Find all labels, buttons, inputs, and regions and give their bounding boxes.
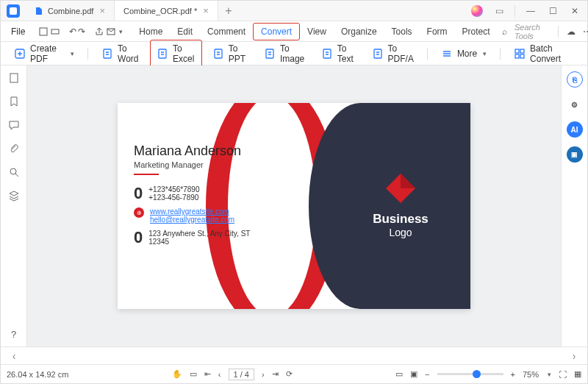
svg-rect-2	[51, 29, 59, 34]
tool-ocr-icon[interactable]: ⎘	[567, 71, 583, 88]
redo-icon[interactable]: ↷	[78, 24, 85, 39]
menu-tools[interactable]: Tools	[384, 24, 420, 40]
assistant-icon[interactable]	[467, 4, 487, 18]
undo-icon[interactable]: ↶	[69, 24, 76, 39]
zoom-slider[interactable]	[437, 373, 503, 375]
search-panel-icon[interactable]	[7, 166, 21, 179]
website-link[interactable]: www.reallygreatsite.com	[150, 207, 234, 216]
tab-combine[interactable]: Combine.pdf ×	[26, 1, 115, 21]
menu-comment[interactable]: Comment	[200, 24, 253, 40]
search-tools-input[interactable]: Search Tools	[514, 23, 551, 40]
svg-rect-13	[515, 54, 519, 58]
fullscreen-icon[interactable]: ⛶	[559, 370, 567, 379]
bookmarks-icon[interactable]	[7, 95, 21, 108]
doc-icon	[264, 48, 276, 60]
email-link[interactable]: hello@reallygreatsite.com	[150, 216, 234, 224]
doc-icon	[321, 48, 333, 60]
overflow-icon[interactable]: ⋯	[581, 24, 588, 39]
save-icon[interactable]	[38, 24, 49, 39]
svg-rect-12	[520, 49, 524, 53]
attachments-icon[interactable]	[7, 142, 21, 155]
layers-icon[interactable]	[7, 189, 21, 202]
email-icon[interactable]	[106, 24, 116, 39]
maximize-button[interactable]: ☐	[543, 4, 562, 18]
convert-to-image[interactable]: To Image	[258, 40, 311, 68]
share-icon[interactable]	[94, 24, 104, 39]
chevron-down-icon[interactable]: ▾	[119, 28, 123, 35]
share-badge-icon[interactable]: ▣	[567, 146, 583, 163]
last-page-icon[interactable]: ⇥	[272, 369, 279, 379]
rotate-icon[interactable]: ⟳	[286, 369, 293, 379]
svg-rect-8	[266, 49, 273, 58]
menu-file[interactable]: File	[7, 26, 29, 37]
settings-sliders-icon[interactable]: ⚙	[567, 96, 583, 113]
batch-convert-button[interactable]: Batch Convert	[508, 40, 580, 67]
prev-page-button[interactable]: ‹	[1, 350, 27, 362]
feedback-icon[interactable]: ▭	[490, 4, 509, 18]
next-page-button[interactable]: ›	[561, 350, 587, 362]
globe-icon: ⊕	[134, 207, 144, 218]
svg-rect-1	[40, 28, 47, 35]
convert-to-ppt[interactable]: To PPT	[207, 40, 254, 68]
zoom-out-icon[interactable]: −	[425, 370, 429, 379]
close-window-button[interactable]: ✕	[565, 4, 584, 18]
print-icon[interactable]	[50, 24, 60, 39]
document-viewport[interactable]: Business Logo Mariana Anderson Marketing…	[27, 65, 561, 346]
menu-edit[interactable]: Edit	[170, 24, 200, 40]
menu-home[interactable]: Home	[132, 24, 170, 40]
prev-page-icon[interactable]: ‹	[218, 370, 221, 379]
fit-page-icon[interactable]: ▣	[410, 369, 417, 379]
next-page-icon[interactable]: ›	[262, 370, 265, 379]
page-indicator[interactable]: 1 / 4	[229, 369, 254, 380]
first-page-icon[interactable]: ⇤	[204, 369, 211, 379]
page-dimensions: 26.04 x 14.92 cm	[7, 370, 68, 379]
select-tool-icon[interactable]: ▭	[190, 369, 197, 379]
fit-width-icon[interactable]: ▭	[395, 369, 403, 379]
close-icon[interactable]: ×	[99, 5, 105, 16]
menu-convert[interactable]: Convert	[253, 23, 300, 40]
menu-view[interactable]: View	[300, 24, 334, 40]
convert-to-word[interactable]: To Word	[96, 40, 146, 68]
batch-icon	[514, 48, 526, 60]
svg-rect-6	[159, 49, 166, 58]
thumbnails-icon[interactable]	[7, 71, 21, 85]
hand-tool-icon[interactable]: ✋	[172, 369, 182, 379]
svg-rect-15	[10, 74, 18, 82]
zoom-in-icon[interactable]: +	[511, 370, 515, 379]
bullet-icon: 0	[134, 185, 143, 202]
logo-text-bottom: Logo	[389, 227, 412, 238]
page-nav-bar: ‹ ›	[1, 346, 587, 364]
zoom-level[interactable]: 75%	[523, 370, 539, 379]
menu-form[interactable]: Form	[420, 24, 455, 40]
add-tab-button[interactable]: +	[218, 4, 239, 18]
chevron-down-icon[interactable]: ▾	[548, 371, 551, 378]
cloud-icon[interactable]: ☁	[566, 24, 577, 39]
tab-label: Combine.pdf	[48, 7, 93, 15]
svg-rect-0	[10, 7, 17, 15]
button-label: Create PDF	[30, 43, 65, 64]
menu-protect[interactable]: Protect	[455, 24, 498, 40]
help-icon[interactable]: ?	[7, 327, 21, 341]
tab-combine-ocr[interactable]: Combine_OCR.pdf * ×	[115, 1, 218, 21]
file-icon	[35, 7, 43, 15]
read-mode-icon[interactable]: ▦	[574, 369, 581, 379]
convert-to-text[interactable]: To Text	[315, 40, 362, 68]
card-role: Marketing Manager	[134, 160, 288, 169]
search-icon[interactable]: ⌕	[499, 24, 510, 39]
svg-rect-5	[104, 49, 111, 58]
convert-to-excel[interactable]: To Excel	[150, 40, 202, 68]
comments-icon[interactable]	[7, 118, 21, 132]
convert-to-pdf/a[interactable]: To PDF/A	[366, 40, 420, 68]
menu-icon	[441, 48, 453, 60]
app-logo-icon	[7, 4, 20, 18]
close-icon[interactable]: ×	[203, 5, 209, 16]
status-bar: 26.04 x 14.92 cm ✋ ▭ ⇤ ‹ 1 / 4 › ⇥ ⟳ ▭ ▣…	[1, 364, 587, 383]
ai-badge-icon[interactable]: AI	[567, 121, 583, 138]
create-pdf-button[interactable]: Create PDF ▾	[8, 40, 80, 67]
minimize-button[interactable]: —	[521, 4, 540, 18]
menu-organize[interactable]: Organize	[334, 24, 384, 40]
more-button[interactable]: More ▾	[435, 45, 492, 63]
tab-label: Combine_OCR.pdf *	[123, 7, 197, 15]
doc-icon	[212, 48, 224, 60]
doc-icon	[157, 48, 168, 60]
